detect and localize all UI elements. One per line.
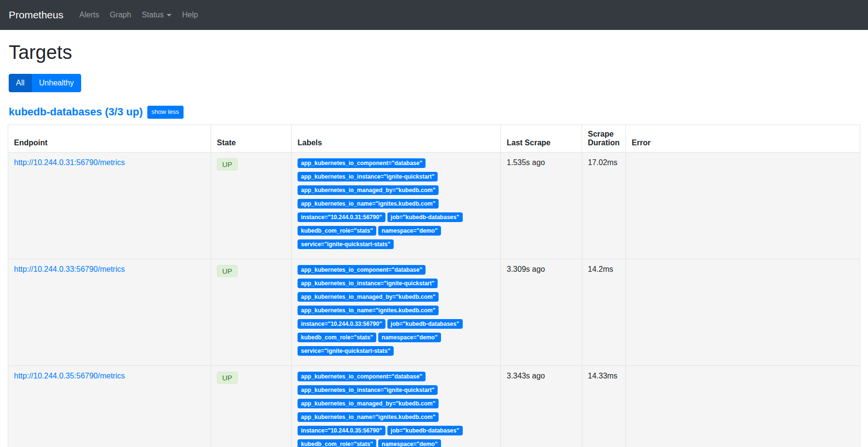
job-title: kubedb-databases (3/3 up) — [9, 106, 143, 118]
endpoint-link[interactable]: http://10.244.0.35:56790/metrics — [14, 372, 125, 380]
label-badge: namespace="demo" — [378, 333, 441, 342]
scrape-duration-cell: 17.02ms — [582, 152, 626, 259]
targets-table-body: http://10.244.0.31:56790/metrics UP app_… — [8, 152, 860, 447]
caret-down-icon — [167, 14, 171, 16]
nav-item-alerts[interactable]: Alerts — [74, 7, 104, 23]
label-badge: job="kubedb-databases" — [387, 319, 463, 329]
label-badge: service="ignite-quickstart-stats" — [298, 239, 394, 249]
label-badge: namespace="demo" — [378, 439, 441, 447]
label-badge: job="kubedb-databases" — [387, 212, 463, 222]
header-labels: Labels — [292, 125, 501, 152]
filter-all-button[interactable]: All — [9, 74, 32, 92]
label-badge: app_kubernetes_io_instance="ignite-quick… — [298, 385, 438, 395]
label-badge: kubedb_com_role="stats" — [298, 333, 376, 342]
nav-item-status-label: Status — [142, 11, 164, 19]
error-cell — [626, 365, 860, 447]
header-error: Error — [626, 125, 860, 152]
header-endpoint: Endpoint — [8, 125, 211, 152]
label-badge: app_kubernetes_io_managed_by="kubedb.com… — [298, 185, 439, 195]
navbar-menu: Alerts Graph Status Help — [74, 7, 203, 23]
labels-cell: app_kubernetes_io_component="database"ap… — [292, 152, 501, 259]
error-cell — [626, 152, 860, 259]
label-badge: app_kubernetes_io_component="database" — [298, 372, 426, 381]
endpoint-cell: http://10.244.0.31:56790/metrics — [8, 152, 211, 259]
endpoint-link[interactable]: http://10.244.0.33:56790/metrics — [14, 265, 125, 273]
nav-item-status[interactable]: Status — [137, 7, 177, 23]
target-row: http://10.244.0.33:56790/metrics UP app_… — [8, 259, 860, 365]
label-badge: namespace="demo" — [378, 226, 441, 236]
error-cell — [626, 259, 860, 365]
table-header-row: Endpoint State Labels Last Scrape Scrape… — [8, 125, 860, 152]
last-scrape-cell: 3.309s ago — [501, 259, 582, 365]
last-scrape-cell: 1.535s ago — [501, 152, 582, 259]
label-badge: instance="10.244.0.31:56790" — [298, 212, 385, 222]
state-cell: UP — [211, 365, 292, 447]
nav-item-graph[interactable]: Graph — [104, 7, 136, 23]
job-header: kubedb-databases (3/3 up) show less — [9, 106, 860, 118]
main-content: Targets All Unhealthy kubedb-databases (… — [0, 42, 868, 447]
label-badge: instance="10.244.0.33:56790" — [298, 319, 385, 329]
filter-unhealthy-button[interactable]: Unhealthy — [32, 74, 81, 92]
label-badge: kubedb_com_role="stats" — [298, 439, 376, 447]
state-cell: UP — [211, 259, 292, 365]
targets-table: Endpoint State Labels Last Scrape Scrape… — [8, 125, 860, 447]
label-badge: app_kubernetes_io_managed_by="kubedb.com… — [298, 292, 439, 302]
endpoint-cell: http://10.244.0.35:56790/metrics — [8, 365, 211, 447]
scrape-duration-cell: 14.33ms — [582, 365, 626, 447]
state-up-badge: UP — [217, 158, 238, 170]
state-up-badge: UP — [217, 372, 238, 384]
navbar: Prometheus Alerts Graph Status Help — [0, 0, 868, 30]
header-scrape-duration: Scrape Duration — [582, 125, 626, 152]
target-row: http://10.244.0.35:56790/metrics UP app_… — [8, 365, 860, 447]
label-badge: app_kubernetes_io_name="ignites.kubedb.c… — [298, 306, 439, 315]
scrape-duration-cell: 14.2ms — [582, 259, 626, 365]
state-cell: UP — [211, 152, 292, 259]
target-filter-group: All Unhealthy — [9, 74, 81, 92]
page-title: Targets — [9, 42, 860, 63]
last-scrape-cell: 3.343s ago — [501, 365, 582, 447]
target-row: http://10.244.0.31:56790/metrics UP app_… — [8, 152, 860, 259]
header-last-scrape: Last Scrape — [501, 125, 582, 152]
label-badge: app_kubernetes_io_component="database" — [298, 265, 426, 275]
label-badge: service="ignite-quickstart-stats" — [298, 346, 394, 356]
labels-cell: app_kubernetes_io_component="database"ap… — [292, 259, 501, 365]
label-badge: job="kubedb-databases" — [387, 426, 463, 435]
nav-item-help[interactable]: Help — [177, 7, 203, 23]
label-badge: kubedb_com_role="stats" — [298, 226, 376, 236]
navbar-brand[interactable]: Prometheus — [9, 9, 63, 21]
label-badge: app_kubernetes_io_name="ignites.kubedb.c… — [298, 412, 439, 422]
label-badge: instance="10.244.0.35:56790" — [298, 426, 385, 435]
state-up-badge: UP — [217, 265, 238, 277]
label-badge: app_kubernetes_io_managed_by="kubedb.com… — [298, 399, 439, 408]
label-badge: app_kubernetes_io_instance="ignite-quick… — [298, 279, 438, 288]
label-badge: app_kubernetes_io_name="ignites.kubedb.c… — [298, 199, 439, 209]
labels-cell: app_kubernetes_io_component="database"ap… — [292, 365, 501, 447]
label-badge: app_kubernetes_io_component="database" — [298, 158, 426, 168]
show-less-button[interactable]: show less — [147, 106, 184, 118]
header-state: State — [211, 125, 292, 152]
endpoint-cell: http://10.244.0.33:56790/metrics — [8, 259, 211, 365]
label-badge: app_kubernetes_io_instance="ignite-quick… — [298, 172, 438, 182]
endpoint-link[interactable]: http://10.244.0.31:56790/metrics — [14, 158, 125, 167]
